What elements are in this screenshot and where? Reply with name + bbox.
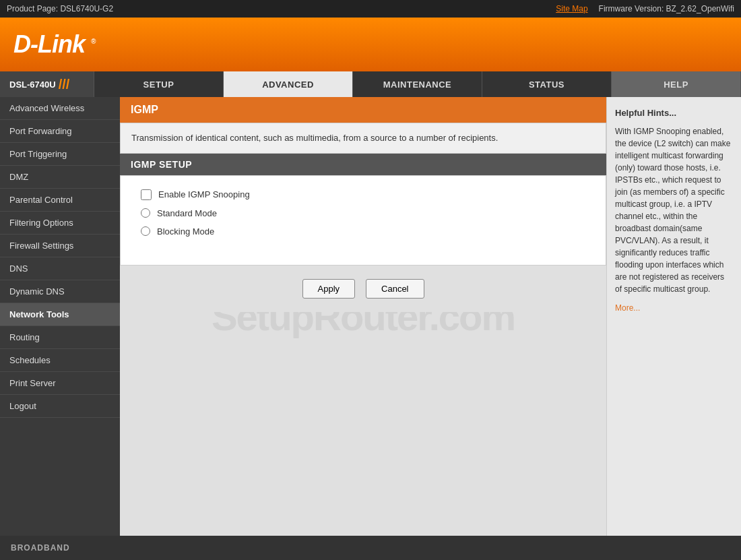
sidebar-item-logout[interactable]: Logout [0,395,120,418]
standard-mode-radio[interactable] [141,208,150,218]
setup-header: IGMP SETUP [120,154,606,175]
sidebar-item-filtering-options[interactable]: Filtering Options [0,212,120,235]
enable-igmp-row: Enable IGMP Snooping [141,189,585,200]
help-text: With IGMP Snooping enabled, the device (… [615,125,733,295]
blocking-mode-label: Blocking Mode [157,226,214,237]
tab-setup[interactable]: SETUP [94,71,224,97]
blocking-mode-radio[interactable] [141,226,150,236]
enable-igmp-checkbox[interactable] [141,189,152,200]
tab-help[interactable]: HELP [612,71,741,97]
sidebar-item-firewall-settings[interactable]: Firewall Settings [0,235,120,257]
site-map-link[interactable]: Site Map [556,4,587,13]
main-layout: Advanced Wireless Port Forwarding Port T… [0,97,741,536]
sidebar-item-parental-control[interactable]: Parental Control [0,189,120,212]
help-title: Helpful Hints... [615,106,733,120]
sidebar-item-routing[interactable]: Routing [0,326,120,349]
standard-mode-label: Standard Mode [157,208,217,218]
sidebar-item-port-triggering[interactable]: Port Triggering [0,143,120,166]
right-info: Site Map Firmware Version: BZ_2.62_OpenW… [556,4,734,13]
tab-maintenance[interactable]: MAINTENANCE [353,71,482,97]
description-box: Transmission of identical content, such … [120,123,606,154]
sidebar-item-advanced-wireless[interactable]: Advanced Wireless [0,97,120,120]
nav-tabs: DSL-6740U /// SETUP ADVANCED MAINTENANCE… [0,71,741,97]
apply-button[interactable]: Apply [302,279,356,299]
product-page-label: Product Page: DSL6740U-G2 [7,4,113,13]
form-area: Enable IGMP Snooping Standard Mode Block… [120,175,606,266]
more-link[interactable]: More... [615,302,733,314]
footer: BROADBAND [0,536,741,560]
igmp-header: IGMP [120,97,606,123]
tab-advanced[interactable]: ADVANCED [224,71,353,97]
sidebar-item-schedules[interactable]: Schedules [0,349,120,372]
cancel-button[interactable]: Cancel [366,279,424,299]
blocking-mode-row: Blocking Mode [141,226,585,237]
logo: D-Link ® [13,30,95,59]
sidebar-item-network-tools[interactable]: Network Tools [0,303,120,326]
sidebar-item-port-forwarding[interactable]: Port Forwarding [0,120,120,143]
sidebar-item-dmz[interactable]: DMZ [0,166,120,189]
content-area: SetupRouter.com IGMP Transmission of ide… [120,97,606,536]
sidebar-item-dynamic-dns[interactable]: Dynamic DNS [0,280,120,303]
firmware-version: Firmware Version: BZ_2.62_OpenWifi [599,4,734,13]
help-panel: Helpful Hints... With IGMP Snooping enab… [606,97,741,536]
button-row: Apply Cancel [120,266,606,312]
sidebar: Advanced Wireless Port Forwarding Port T… [0,97,120,536]
sidebar-item-dns[interactable]: DNS [0,257,120,280]
brand-tab: DSL-6740U /// [0,71,94,97]
standard-mode-row: Standard Mode [141,208,585,218]
top-bar: Product Page: DSL6740U-G2 Site Map Firmw… [0,0,741,18]
header: D-Link ® [0,18,741,71]
tab-status[interactable]: STATUS [482,71,612,97]
brand-label: DSL-6740U [9,80,56,90]
enable-igmp-label: Enable IGMP Snooping [158,189,250,199]
footer-label: BROADBAND [11,543,70,553]
sidebar-item-print-server[interactable]: Print Server [0,372,120,395]
